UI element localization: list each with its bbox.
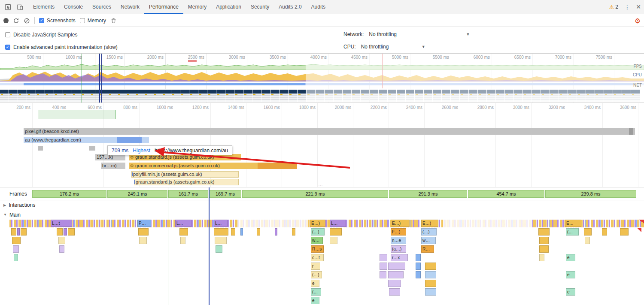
kebab-menu-button[interactable]: ⋮ [622,3,633,10]
filmstrip-thumbnail[interactable] [54,89,63,102]
flame-block[interactable] [539,245,549,253]
network-mini-bar[interactable] [89,146,95,151]
cpu-throttle-select[interactable]: No throttling ▼ [361,44,425,50]
flame-block[interactable] [637,228,641,232]
filmstrip-thumbnail[interactable] [117,89,126,102]
flame-block[interactable] [539,254,544,261]
close-button[interactable]: ✕ [633,3,644,10]
flame-block[interactable] [231,228,235,236]
network-overflow-ellipsis[interactable]: … [318,182,324,187]
flame-block[interactable]: w… [311,237,323,244]
record-button[interactable] [3,18,9,23]
network-request[interactable]: graun.standard.js (assets.guim.co.uk) [134,179,239,185]
filmstrip-thumbnail[interactable] [27,89,36,102]
filmstrip-thumbnail[interactable] [0,89,9,102]
frame-bar[interactable]: 169.7 ms [209,190,241,198]
flame-block[interactable]: c…t [311,254,324,261]
flame-block[interactable]: r [311,263,320,270]
tab-sources[interactable]: Sources [88,0,116,14]
flame-block[interactable]: e [566,254,575,261]
flame-block[interactable]: r…x [391,254,408,261]
filmstrip-thumbnail[interactable] [207,89,216,102]
filmstrip-thumbnail[interactable] [72,89,81,102]
flame-block[interactable]: e [566,288,575,296]
reload-and-profile-button[interactable] [13,18,19,24]
filmstrip-thumbnail[interactable] [45,89,54,102]
flame-block[interactable]: P… [137,220,151,227]
network-request[interactable]: ⚙graun.commercial.js (assets.guim.co.uk) [129,163,297,169]
network-request[interactable]: au (www.theguardian.com) [24,137,149,143]
flame-block[interactable] [416,271,421,278]
flame-block[interactable] [17,228,20,236]
capture-settings-gear-icon[interactable]: ⚙ [635,17,641,25]
filmstrip-thumbnail[interactable] [198,89,207,102]
flame-block[interactable]: L… [214,220,228,227]
tab-performance[interactable]: Performance [144,0,183,14]
filmstrip-thumbnail[interactable] [270,89,279,102]
frame-bar[interactable]: 239.8 ms [545,190,636,198]
filmstrip-thumbnail[interactable] [279,89,288,102]
flame-block[interactable] [620,228,629,236]
timeline-overview[interactable]: 500 ms1000 ms1500 ms2000 ms2500 ms3000 m… [0,54,644,103]
flame-block[interactable]: (… [311,288,321,296]
tab-audits-2-0[interactable]: Audits 2.0 [274,0,306,14]
flame-block[interactable] [389,288,400,296]
main-flame-chart[interactable]: L…tP…L…L…E…)L…E…)E…)E…(…)w…R…sc…tr(…)e(…… [0,219,644,305]
filmstrip-thumbnail[interactable] [81,89,90,102]
frame-bar[interactable]: 454.7 ms [468,190,544,198]
tab-memory[interactable]: Memory [183,0,211,14]
flame-block[interactable] [59,245,64,253]
flame-block[interactable] [214,228,228,236]
flame-block[interactable] [58,237,65,244]
flame-block[interactable]: (…) [421,228,437,236]
flame-block[interactable] [425,280,436,287]
flame-block[interactable] [68,228,75,236]
flame-block[interactable] [388,271,404,278]
filmstrip-thumbnail[interactable] [243,89,252,102]
flame-block[interactable] [139,237,147,244]
network-request[interactable]: pixel.gif (beacon.krxd.net) [24,128,635,135]
flame-block[interactable] [416,254,421,261]
tab-network[interactable]: Network [116,0,144,14]
flame-block[interactable]: L…t [51,220,72,227]
flame-block[interactable]: E…) [310,220,325,227]
main-track-header[interactable]: ▼ Main [0,210,644,219]
filmstrip-thumbnail[interactable] [225,89,234,102]
tab-elements[interactable]: Elements [28,0,59,14]
flame-block[interactable]: E…) [421,220,438,227]
flame-block[interactable]: e [311,280,319,287]
flame-block[interactable] [275,228,277,236]
flame-block[interactable] [13,245,19,253]
network-mini-bar[interactable] [38,146,43,151]
flame-block[interactable]: L… [175,220,191,227]
device-toolbar-icon[interactable] [14,0,26,14]
filmstrip-thumbnail[interactable] [298,89,306,102]
flame-block[interactable] [380,271,386,278]
frame-bar[interactable]: 249.1 ms [107,190,167,198]
flame-block[interactable]: (a…) [391,245,406,253]
filmstrip-thumbnail[interactable] [18,89,27,102]
filmstrip-thumbnail[interactable] [90,89,99,102]
flame-block[interactable] [240,228,243,236]
flame-block[interactable] [602,228,607,236]
flame-block[interactable]: R… [421,245,434,253]
flame-block[interactable]: (…) [311,271,322,278]
clear-button[interactable] [24,18,30,24]
frame-bar[interactable]: 291.3 ms [389,190,467,198]
flame-block[interactable] [292,228,295,236]
flame-block[interactable] [64,228,67,236]
flame-block[interactable] [21,228,27,236]
flame-block[interactable] [425,263,436,270]
flame-block[interactable] [138,228,149,236]
flame-block[interactable] [11,228,16,236]
flame-block[interactable] [57,228,63,236]
flame-block[interactable] [216,245,222,253]
flame-block[interactable] [179,228,188,236]
flame-block[interactable] [330,228,342,236]
flame-block[interactable] [12,237,21,244]
garbage-collect-icon[interactable] [110,18,117,24]
network-throttle-select[interactable]: No throttling ▼ [369,31,470,37]
filmstrip-thumbnail[interactable] [171,89,180,102]
console-warning-badge[interactable]: ⚠ 2 [606,4,622,10]
flame-block[interactable]: (… [566,228,579,236]
